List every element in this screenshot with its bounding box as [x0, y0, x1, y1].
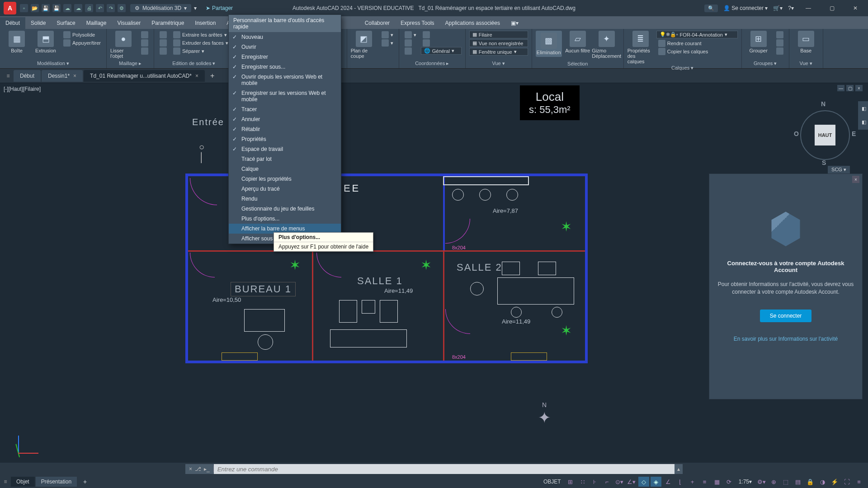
mesh-btn3[interactable]	[139, 47, 150, 55]
viewcube-o[interactable]: O	[794, 130, 799, 137]
mesh-btn2[interactable]	[139, 39, 150, 47]
panel-vue[interactable]: Vue ▾	[469, 60, 528, 66]
panel-modelisation[interactable]: Modélisation ▾	[4, 60, 103, 66]
qat-menu-item-16[interactable]: Gestionnaire du jeu de feuilles	[229, 204, 341, 214]
vtab-1[interactable]: ◧	[858, 101, 868, 116]
3dosnap-icon[interactable]: ◈	[651, 477, 661, 487]
polysolid-button[interactable]: Polysolide	[61, 31, 103, 39]
panel-groupes[interactable]: Groupes ▾	[745, 60, 785, 66]
qat-menu-item-2[interactable]: ✓Enregistrer	[229, 52, 341, 62]
qat-customize-dropdown[interactable]: ▾	[194, 5, 197, 11]
se-btn1[interactable]	[158, 31, 169, 39]
tab-insertion[interactable]: Insertion	[189, 17, 221, 29]
tab-surface[interactable]: Surface	[51, 17, 80, 29]
make-current-button[interactable]: Rendre courant	[656, 39, 738, 47]
qat-menu-item-12[interactable]: Calque	[229, 164, 341, 174]
model-tab[interactable]: Objet	[11, 477, 35, 487]
tab-extra-icon[interactable]: ▣▾	[505, 17, 524, 29]
help-icon[interactable]: ?▾	[788, 5, 794, 11]
base-view-button[interactable]: ▭Base	[793, 31, 819, 53]
tab-apps[interactable]: Applications associées	[440, 17, 505, 29]
doctab-td01[interactable]: Td_01 Réaménager u...utilisant AutoCAD*×	[84, 70, 205, 82]
customize-status-icon[interactable]: ≡	[854, 477, 864, 487]
presspull-button[interactable]: Appuyer/tirer	[61, 39, 103, 47]
layer-props-button[interactable]: ≣Propriétés des calques	[627, 31, 654, 64]
qat-new-icon[interactable]: ▫	[20, 4, 28, 12]
coord-b5[interactable]	[421, 39, 462, 47]
viewport-label[interactable]: [-][Haut][Filaire]	[4, 86, 41, 92]
viewcube-face-top[interactable]: HAUT	[815, 125, 835, 145]
qat-redo-icon[interactable]: ↷	[107, 4, 115, 12]
gizmo-button[interactable]: ✦Gizmo Déplacement	[594, 31, 620, 59]
nofilter-button[interactable]: ▱Aucun filtre	[565, 31, 591, 53]
qat-menu-item-5[interactable]: ✓Enregistrer sur les versions Web et mob…	[229, 88, 341, 104]
dyninput-icon[interactable]: +	[687, 477, 698, 487]
doctab-start[interactable]: Début	[14, 70, 41, 82]
qat-menu-item-7[interactable]: ✓Annuler	[229, 114, 341, 124]
close-icon[interactable]: ×	[73, 73, 76, 79]
signin-button[interactable]: 👤 Se connecter ▾	[723, 5, 768, 11]
qat-menu-item-11[interactable]: Tracé par lot	[229, 154, 341, 164]
separate-button[interactable]: Séparer ▾	[171, 47, 230, 55]
viewcube-ucs[interactable]: SCG ▾	[828, 166, 850, 174]
qat-websave-icon[interactable]: ☁	[74, 4, 82, 12]
layer-dropdown[interactable]: 💡❄🔒▫ FOR-04-Annotation ▾	[656, 31, 738, 38]
tab-visualiser[interactable]: Visualiser	[112, 17, 146, 29]
qat-menu-item-14[interactable]: Aperçu du tracé	[229, 184, 341, 194]
quickprops-icon[interactable]: ▤	[793, 477, 803, 487]
mesh-btn1[interactable]	[139, 31, 150, 39]
help-search[interactable]: 🔍	[704, 5, 718, 12]
hardware-icon[interactable]: ⚡	[829, 477, 840, 487]
view-dropdown[interactable]: ▦ Vue non enregistrée	[469, 39, 528, 47]
infer-icon[interactable]: ⊦	[590, 477, 600, 487]
panel-vue2[interactable]: Vue ▾	[793, 60, 819, 66]
close-icon[interactable]: ×	[195, 73, 198, 79]
vtab-2[interactable]: ◧	[858, 115, 868, 130]
anno-monitor-icon[interactable]: ⊕	[768, 477, 779, 487]
qat-menu-item-13[interactable]: Copier les propriétés	[229, 174, 341, 184]
sec-s2[interactable]: ▾	[380, 39, 395, 47]
qat-menu-item-17[interactable]: Plus d'options...	[229, 214, 341, 224]
panel-maillage[interactable]: Maillage ▸	[110, 60, 150, 66]
viewcube-n[interactable]: N	[821, 100, 826, 108]
ortho-icon[interactable]: ⌐	[602, 477, 613, 487]
coord-b4[interactable]	[421, 31, 462, 39]
osnap-icon[interactable]: ◇	[638, 477, 649, 487]
qat-menu-item-6[interactable]: ✓Tracer	[229, 104, 341, 114]
units-icon[interactable]: ⬚	[780, 477, 791, 487]
qat-menu-item-15[interactable]: Rendu	[229, 194, 341, 204]
transparency-icon[interactable]: ▦	[712, 477, 722, 487]
polar-icon[interactable]: ⊙▾	[614, 477, 625, 487]
panel-coordonnees[interactable]: Coordonnées ▸	[403, 60, 462, 66]
grid-icon[interactable]: ⊞	[565, 477, 576, 487]
drawing-canvas[interactable]: [-][Haut][Filaire] — ▢ × Personnaliser l…	[0, 83, 868, 463]
maximize-button[interactable]: ▢	[823, 3, 841, 14]
appstore-icon[interactable]: 🛒▾	[773, 5, 783, 11]
panel-learn-link[interactable]: En savoir plus sur Informations sur l'ac…	[734, 336, 838, 342]
command-input[interactable]	[214, 464, 675, 474]
sec-s1[interactable]: ▾	[380, 31, 395, 39]
cmd-history-icon[interactable]: ▴	[675, 466, 683, 472]
extrusion-button[interactable]: ⬒Extrusion	[33, 31, 59, 53]
ucs-named-dropdown[interactable]: 🌐Général ▾	[421, 47, 462, 55]
coord-b1[interactable]: ▾	[403, 31, 418, 39]
viewcube[interactable]: HAUT N S E O SCG ▾	[791, 92, 854, 174]
visual-style-dropdown[interactable]: ▦ Filaire	[469, 31, 528, 38]
workspace-selector[interactable]: ⚙ Modélisation 3D ▾	[130, 4, 191, 12]
panel-edition-solides[interactable]: Edition de solides ▾	[158, 60, 230, 66]
tab-maillage[interactable]: Maillage	[81, 17, 112, 29]
status-space[interactable]: OBJET	[541, 479, 564, 485]
snap-icon[interactable]: ∷	[577, 477, 588, 487]
app-menu-icon[interactable]: A	[4, 2, 16, 14]
tab-collaborer[interactable]: Collaborer	[359, 17, 395, 29]
share-button[interactable]: ➤ Partager	[206, 5, 233, 11]
box-button[interactable]: ▦Boîte	[4, 31, 30, 53]
qat-undo-icon[interactable]: ↶	[96, 4, 104, 12]
coord-b3[interactable]	[403, 47, 418, 55]
qat-webopen-icon[interactable]: ☁	[63, 4, 71, 12]
vp-minimize-icon[interactable]: —	[837, 85, 844, 91]
se-btn2[interactable]	[158, 39, 169, 47]
qat-menu-item-10[interactable]: ✓Espace de travail	[229, 144, 341, 154]
workspace-switch-icon[interactable]: ⚙▾	[756, 477, 767, 487]
anno-scale[interactable]: 1:75▾	[736, 479, 755, 485]
